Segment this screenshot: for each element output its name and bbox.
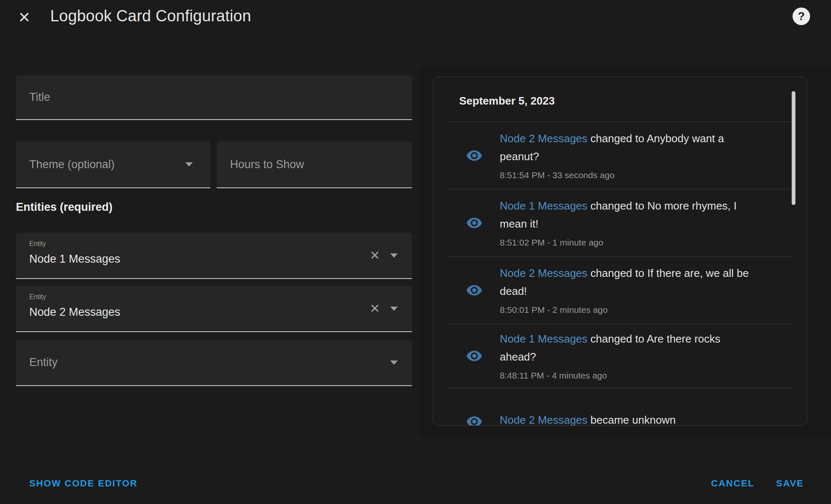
entity-link[interactable]: Node 1 Messages xyxy=(500,333,588,345)
logbook-preview-card: September 5, 2023 Node 2 Messages change… xyxy=(433,77,807,426)
eye-icon xyxy=(466,215,483,231)
logbook-card-config-dialog: ✕ Logbook Card Configuration ? Theme (op… xyxy=(0,0,831,504)
entity-link[interactable]: Node 2 Messages xyxy=(500,267,588,279)
entity-row-3-placeholder: Entity xyxy=(16,340,390,385)
logbook-entry: Node 1 Messages changed to Are there roc… xyxy=(433,324,807,388)
logbook-entry: Node 2 Messages became unknown xyxy=(433,388,807,426)
entity-row-3-controls xyxy=(390,340,412,385)
entity-row-1-value: Node 1 Messages xyxy=(29,251,370,267)
logbook-entry-text: Node 1 Messages changed to No more rhyme… xyxy=(500,197,755,249)
eye-icon xyxy=(466,147,483,164)
entity-link[interactable]: Node 2 Messages xyxy=(500,132,588,145)
entity-row-1-controls: ✕ xyxy=(370,233,412,278)
title-field[interactable] xyxy=(16,75,412,120)
show-code-editor-button[interactable]: SHOW CODE EDITOR xyxy=(29,477,138,490)
entities-heading: Entities (required) xyxy=(16,201,113,214)
entry-timestamp: 8:48:11 PM - 4 minutes ago xyxy=(500,369,755,382)
entry-timestamp: 8:51:54 PM - 33 seconds ago xyxy=(500,169,755,182)
entity-row-3[interactable]: Entity xyxy=(16,340,412,386)
cancel-button[interactable]: CANCEL xyxy=(711,477,754,490)
entry-timestamp: 8:50:01 PM - 2 minutes ago xyxy=(500,304,755,316)
entity-row-2[interactable]: Entity Node 2 Messages ✕ xyxy=(16,286,412,332)
hours-to-show-input[interactable] xyxy=(217,141,412,187)
logbook-entry: Node 1 Messages changed to No more rhyme… xyxy=(433,189,807,256)
entity-row-2-text: Entity Node 2 Messages xyxy=(16,286,370,331)
entity-row-1-label: Entity xyxy=(29,239,370,249)
chevron-down-icon[interactable] xyxy=(390,307,398,311)
logbook-entry: Node 2 Messages changed to If there are,… xyxy=(433,257,807,324)
close-icon[interactable]: ✕ xyxy=(13,7,35,28)
entity-row-2-label: Entity xyxy=(29,292,370,302)
clear-icon[interactable]: ✕ xyxy=(370,249,380,262)
entity-link[interactable]: Node 2 Messages xyxy=(500,414,588,426)
title-input[interactable] xyxy=(16,75,412,119)
entity-row-1-text: Entity Node 1 Messages xyxy=(16,233,370,278)
entity-row-2-controls: ✕ xyxy=(370,286,412,331)
chevron-down-icon[interactable] xyxy=(390,253,398,258)
help-icon[interactable]: ? xyxy=(793,8,810,25)
logbook-entry-text: Node 2 Messages changed to If there are,… xyxy=(500,264,755,316)
theme-label: Theme (optional) xyxy=(29,158,115,171)
eye-icon xyxy=(466,413,483,426)
card-preview-panel: September 5, 2023 Node 2 Messages change… xyxy=(419,67,830,437)
eye-icon xyxy=(466,348,483,364)
logbook-entry-text: Node 1 Messages changed to Are there roc… xyxy=(500,330,755,382)
dialog-title: Logbook Card Configuration xyxy=(50,7,251,25)
entry-timestamp: 8:51:02 PM - 1 minute ago xyxy=(500,236,755,249)
clear-icon[interactable]: ✕ xyxy=(370,302,380,315)
logbook-entry-text: Node 2 Messages became unknown xyxy=(500,411,755,426)
entry-message: became unknown xyxy=(591,414,676,426)
entity-row-2-value: Node 2 Messages xyxy=(29,304,370,320)
logbook-date-header: September 5, 2023 xyxy=(433,77,807,122)
eye-icon xyxy=(466,282,483,299)
theme-select[interactable]: Theme (optional) xyxy=(16,141,210,188)
entity-link[interactable]: Node 1 Messages xyxy=(500,200,588,212)
hours-to-show-field[interactable] xyxy=(217,141,412,188)
chevron-down-icon[interactable] xyxy=(390,361,398,365)
logbook-entry: Node 2 Messages changed to Anybody want … xyxy=(433,122,807,189)
chevron-down-icon xyxy=(185,162,193,166)
save-button[interactable]: SAVE xyxy=(776,477,804,490)
logbook-entry-text: Node 2 Messages changed to Anybody want … xyxy=(500,130,755,182)
preview-scrollbar[interactable] xyxy=(792,91,795,205)
entity-row-1[interactable]: Entity Node 1 Messages ✕ xyxy=(16,233,412,279)
